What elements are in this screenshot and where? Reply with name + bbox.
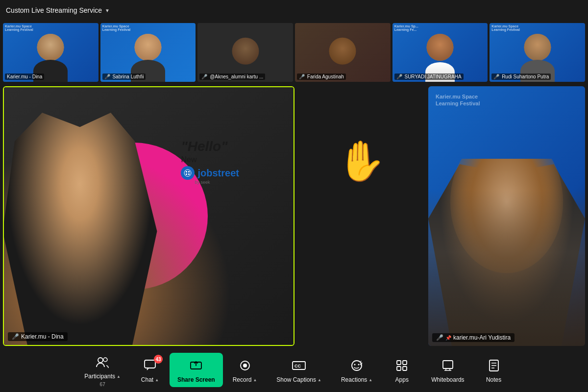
participant-thumb-sabrina[interactable]: Karier.mu SpaceLearning Festival 🎤 Sabri… — [100, 23, 196, 82]
pin-icon: 📌 — [445, 335, 451, 341]
svg-point-5 — [98, 358, 103, 363]
participant-thumb-suryadi[interactable]: Karier.mu Sp...Learning Fe... 🎤 SURYADI … — [392, 23, 488, 82]
show-captions-label: Show Captions — [276, 376, 316, 383]
svg-rect-1 — [186, 171, 187, 172]
participant-name-farida: 🎤 Farida Agustinah — [297, 74, 346, 80]
participants-icon — [94, 353, 111, 371]
thumb-brand-dina: Karier.mu SpaceLearning Festival — [5, 24, 33, 31]
toolbar-show-captions[interactable]: CC Show Captions ▲ — [267, 353, 331, 387]
captions-caret: ▲ — [318, 378, 321, 382]
apps-label: Apps — [395, 376, 409, 383]
apps-icon — [393, 357, 411, 374]
svg-rect-20 — [443, 361, 453, 368]
reactions-icon — [348, 357, 366, 374]
participants-count: 67 — [100, 382, 105, 387]
svg-rect-3 — [186, 173, 187, 175]
whiteboards-icon — [439, 357, 457, 374]
streaming-service-label[interactable]: Custom Live Streaming Service ▼ — [6, 6, 110, 14]
notes-icon — [485, 357, 503, 374]
record-icon — [236, 357, 254, 374]
hand-emoji: ✋ — [337, 138, 386, 184]
participant-name-dina: Karier.mu - Dina — [5, 74, 44, 80]
participant-name-suryadi: 🎤 SURYADI JATINUGRAHA — [394, 74, 464, 80]
svg-text:CC: CC — [294, 364, 301, 368]
record-caret: ▲ — [253, 378, 257, 382]
participant-name-aknes: 🎤 @Aknes_alumni kartu ... — [199, 74, 265, 80]
svg-point-10 — [243, 364, 247, 368]
svg-point-14 — [354, 364, 356, 366]
top-bar: Custom Live Streaming Service ▼ — [0, 0, 588, 21]
main-video-left: "Hello" New jobstreet by seek 🎤 Karie — [3, 86, 294, 346]
share-screen-label: Share Screen — [177, 376, 215, 383]
main-video-middle: ✋ — [297, 86, 425, 346]
participant-name-sabrina: 🎤 Sabrina Luthfii — [102, 74, 146, 80]
svg-rect-2 — [188, 171, 190, 172]
participants-label: Participants — [84, 373, 115, 380]
right-presenter-name-tag: 🎤 📌 karier.mu-Ari Yudistira — [432, 333, 514, 342]
svg-rect-16 — [397, 361, 401, 365]
jobstreet-text: jobstreet — [197, 168, 239, 179]
toolbar-chat[interactable]: 43 Chat ▲ — [130, 353, 170, 387]
toolbar-participants[interactable]: Participants ▲ 67 — [74, 349, 130, 391]
toolbar-record[interactable]: Record ▲ — [223, 353, 267, 387]
notes-label: Notes — [486, 376, 501, 383]
toolbar: Participants ▲ 67 43 Chat ▲ Share Scree — [0, 348, 588, 392]
main-content: "Hello" New jobstreet by seek 🎤 Karie — [0, 84, 588, 348]
chat-badge: 43 — [154, 355, 163, 364]
participants-caret: ▲ — [117, 374, 121, 379]
reactions-caret: ▲ — [368, 378, 372, 382]
right-branding: Karier.mu Space Learning Festival — [436, 94, 578, 106]
svg-rect-19 — [403, 367, 407, 370]
svg-rect-4 — [188, 173, 190, 175]
svg-point-15 — [358, 364, 360, 366]
thumb-brand-suryadi: Karier.mu Sp...Learning Fe... — [394, 24, 418, 31]
jobstreet-logo-icon — [181, 166, 195, 180]
toolbar-reactions[interactable]: Reactions ▲ — [331, 353, 382, 387]
chat-label: Chat — [141, 376, 153, 383]
hello-text: "Hello" — [181, 139, 279, 154]
participant-thumb-aknes[interactable]: 🎤 @Aknes_alumni kartu ... — [197, 23, 293, 82]
svg-rect-17 — [403, 361, 407, 365]
jobstreet-branding: "Hello" New jobstreet by seek — [181, 139, 279, 185]
toolbar-apps[interactable]: Apps — [382, 353, 421, 387]
left-presenter-name-tag: 🎤 Karier.mu - Dina — [8, 332, 68, 341]
svg-rect-18 — [397, 367, 401, 370]
new-text: New — [181, 155, 279, 164]
share-screen-icon — [187, 357, 205, 374]
participant-strip: Karier.mu SpaceLearning Festival Karier.… — [0, 21, 588, 84]
svg-point-0 — [184, 170, 191, 176]
toolbar-whiteboards[interactable]: Whiteboards — [421, 353, 474, 387]
svg-point-6 — [103, 358, 107, 362]
captions-icon: CC — [290, 357, 308, 374]
thumb-brand-sabrina: Karier.mu SpaceLearning Festival — [102, 24, 131, 31]
whiteboards-label: Whiteboards — [431, 376, 464, 383]
record-label: Record — [233, 376, 252, 383]
main-video-right: Karier.mu Space Learning Festival 🎤 📌 ka… — [428, 86, 585, 346]
participant-name-rudi: 🎤 Rudi Suhartono Putra — [491, 74, 551, 80]
svg-rect-7 — [145, 360, 155, 368]
chat-caret: ▲ — [155, 378, 159, 382]
byseek-text: by seek — [195, 180, 279, 185]
participant-thumb-dina[interactable]: Karier.mu SpaceLearning Festival Karier.… — [3, 23, 98, 82]
streaming-chevron-icon: ▼ — [105, 8, 110, 13]
streaming-title: Custom Live Streaming Service — [6, 6, 102, 14]
toolbar-share-screen[interactable]: Share Screen — [170, 353, 223, 387]
toolbar-notes[interactable]: Notes — [474, 353, 514, 387]
participant-thumb-rudi[interactable]: Karier.mu SpaceLearning Festival 🎤 Rudi … — [490, 23, 585, 82]
participant-thumb-farida[interactable]: 🎤 Farida Agustinah — [295, 23, 391, 82]
reactions-label: Reactions — [341, 376, 367, 383]
thumb-brand-rudi: Karier.mu SpaceLearning Festival — [491, 24, 520, 31]
